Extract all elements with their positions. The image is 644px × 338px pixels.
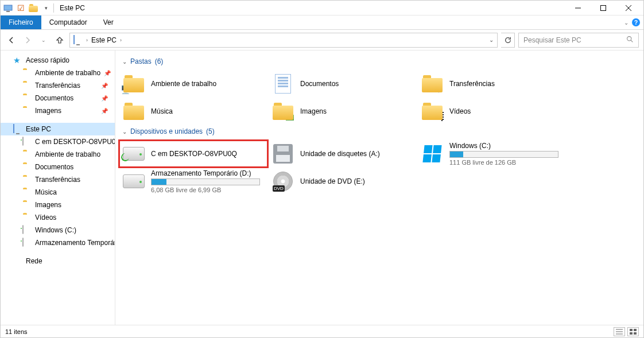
sidebar-label: Acesso rápido (26, 56, 69, 64)
ribbon-collapse-icon[interactable]: ⌄ (624, 20, 629, 26)
sidebar-item-c-drive[interactable]: Windows (C:) (1, 224, 115, 236)
view-details-button[interactable] (614, 327, 625, 336)
sidebar-item-desktop[interactable]: Ambiente de trabalho (1, 148, 115, 161)
tab-computer[interactable]: Computador (41, 15, 95, 29)
search-input[interactable]: Pesquisar Este PC (518, 33, 639, 48)
sidebar-item-label: Ambiente de trabalho (35, 150, 100, 158)
device-floppy[interactable]: Unidade de disquetes (A:) (268, 140, 417, 168)
folder-icon (22, 150, 32, 159)
item-label: Unidade de disquetes (A:) (300, 150, 414, 158)
folder-downloads[interactable]: ⬇ Transferências (417, 70, 567, 98)
tab-view[interactable]: Ver (95, 15, 122, 29)
sidebar-item-label: Vídeos (35, 213, 56, 222)
pin-icon: 📌 (101, 108, 111, 114)
drive-icon (122, 170, 145, 193)
sidebar-this-pc[interactable]: Este PC (1, 123, 115, 135)
pin-icon: 📌 (101, 95, 111, 102)
sidebar-item-pictures[interactable]: Imagens 📌 (1, 104, 115, 117)
minimize-button[interactable] (565, 1, 591, 15)
window-title: Este PC (60, 4, 85, 12)
section-count: (5) (206, 127, 215, 135)
device-dvd[interactable]: DVD Unidade de DVD (E:) (268, 168, 417, 195)
folder-icon: 🖥️ (122, 72, 145, 95)
folder-icon (22, 94, 32, 103)
ribbon: Ficheiro Computador Ver ⌄ ? (1, 15, 643, 30)
section-title: Pastas (130, 57, 152, 65)
sidebar-network[interactable]: Rede (1, 255, 115, 267)
breadcrumb-root[interactable]: Este PC (91, 36, 117, 44)
svg-line-7 (631, 40, 633, 42)
folder-desktop[interactable]: 🖥️ Ambiente de trabalho (119, 70, 268, 98)
folder-videos[interactable]: Vídeos (417, 98, 567, 125)
folder-documents[interactable]: Documentos (268, 70, 417, 98)
drive-icon (22, 238, 32, 247)
qat-new-folder-icon[interactable] (28, 3, 38, 13)
chevron-right-icon[interactable]: › (86, 37, 88, 43)
address-dropdown-icon[interactable]: ⌄ (489, 37, 494, 43)
section-count: (6) (155, 57, 164, 65)
section-folders-header[interactable]: ⌄ Pastas (6) (122, 57, 640, 65)
properties-icon[interactable]: ☑ (15, 3, 26, 13)
close-button[interactable] (616, 1, 641, 15)
folder-icon (22, 68, 32, 77)
forward-button[interactable] (21, 34, 34, 46)
item-subtext: 111 GB livre de 126 GB (449, 159, 563, 166)
pin-icon: 📌 (104, 70, 114, 76)
up-button[interactable] (53, 34, 66, 46)
star-icon: ★ (13, 56, 22, 65)
documents-icon (271, 72, 294, 95)
refresh-button[interactable] (501, 33, 515, 48)
titlebar: ☑ ▾ Este PC (1, 1, 643, 15)
recent-dropdown-icon[interactable]: ⌄ (37, 34, 50, 46)
address-bar[interactable]: › Este PC › ⌄ (69, 33, 498, 48)
svg-rect-14 (634, 332, 637, 335)
item-label: Imagens (300, 107, 414, 115)
qat-dropdown-icon[interactable]: ▾ (41, 3, 51, 13)
folders-grid: 🖥️ Ambiente de trabalho Documentos ⬇ Tra… (119, 70, 640, 125)
device-windows-c[interactable]: Windows (C:) 111 GB livre de 126 GB (417, 140, 567, 168)
sidebar-label: Rede (26, 257, 42, 265)
sidebar-quick-access[interactable]: ★ Acesso rápido (1, 54, 115, 67)
item-label: Vídeos (449, 107, 563, 115)
back-button[interactable] (5, 34, 18, 46)
chevron-right-icon[interactable]: › (120, 37, 122, 43)
section-devices-header[interactable]: ⌄ Dispositivos e unidades (5) (122, 127, 640, 135)
sidebar-item-documents[interactable]: Documentos (1, 161, 115, 173)
sidebar-item-documents[interactable]: Documentos 📌 (1, 92, 115, 104)
sidebar-item-desktop[interactable]: Ambiente de trabalho 📌 (1, 67, 115, 79)
svg-rect-11 (630, 329, 633, 331)
status-item-count: 11 itens (5, 328, 28, 335)
device-netdrive[interactable]: C em DESKTOP-O8VPU0Q (119, 140, 268, 168)
sidebar-item-temp-drive[interactable]: Armazenamento Temporário (1, 236, 115, 249)
sidebar-item-downloads[interactable]: Transferências 📌 (1, 79, 115, 92)
devices-grid: C em DESKTOP-O8VPU0Q Unidade de disquete… (119, 140, 640, 195)
sidebar-item-downloads[interactable]: Transferências (1, 173, 115, 186)
quick-access-toolbar: ☑ ▾ (3, 3, 51, 13)
sidebar-item-label: Windows (C:) (35, 226, 76, 234)
view-large-icons-button[interactable] (627, 327, 639, 336)
network-icon (13, 257, 22, 266)
folder-icon (271, 100, 294, 123)
help-icon[interactable]: ? (632, 18, 640, 26)
main-content: ⌄ Pastas (6) 🖥️ Ambiente de trabalho Doc… (115, 50, 643, 326)
folder-icon: ♪ (122, 100, 145, 123)
folder-icon (22, 162, 32, 172)
sidebar-item-pictures[interactable]: Imagens (1, 199, 115, 211)
svg-rect-0 (4, 5, 12, 10)
sidebar-item-label: Armazenamento Temporário (35, 239, 115, 247)
folder-pictures[interactable]: Imagens (268, 98, 417, 125)
sidebar-item-label: Transferências (35, 81, 80, 90)
sidebar-item-netdrive[interactable]: C em DESKTOP-O8VPU0Q (1, 135, 115, 148)
sidebar-item-label: Transferências (35, 176, 80, 184)
search-placeholder: Pesquisar Este PC (523, 36, 626, 44)
folder-icon (22, 175, 32, 184)
tab-file[interactable]: Ficheiro (1, 15, 41, 29)
status-bar: 11 itens (1, 325, 643, 337)
device-temp-d[interactable]: Armazenamento Temporário (D:) 6,08 GB li… (119, 168, 268, 195)
windows-drive-icon (421, 142, 444, 165)
folder-music[interactable]: ♪ Música (119, 98, 268, 125)
item-label: Documentos (300, 80, 414, 88)
sidebar-item-music[interactable]: Música (1, 186, 115, 199)
maximize-button[interactable] (591, 1, 616, 15)
sidebar-item-videos[interactable]: Vídeos (1, 211, 115, 224)
